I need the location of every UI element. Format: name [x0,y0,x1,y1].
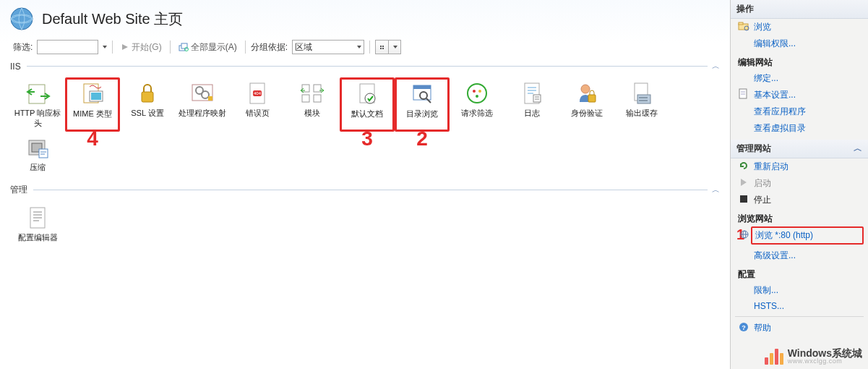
filter-input[interactable] [37,40,98,54]
collapse-icon[interactable]: ︿ [712,61,720,72]
handler-mappings-item[interactable]: 处理程序映射 [175,77,230,132]
restart-icon [738,160,749,171]
dir-browse-icon [409,81,435,107]
svg-text:404: 404 [254,91,262,96]
svg-point-26 [468,84,486,103]
config-editor-item[interactable]: 配置编辑器 [10,202,65,246]
request-filtering-item[interactable]: 请求筛选 [450,77,504,132]
modules-item[interactable]: 模块 [285,77,340,132]
svg-rect-13 [208,96,212,101]
go-icon [121,43,129,51]
config-editor-icon [25,205,51,231]
action-explore[interactable]: 浏览 [731,19,868,35]
help-icon: ? [738,321,749,333]
folder-open-icon [738,20,749,32]
stop-icon [738,193,749,205]
management-section: 管理 ︿ 配置编辑器 [0,181,730,252]
play-icon [738,177,749,188]
action-restart[interactable]: 重新启动 [731,158,868,175]
chevron-up-icon[interactable]: ︿ [854,143,862,155]
iis-icons-grid: HTTP 响应标头 MIME 类型 4 SSL 设置 处理程序映射 [10,75,720,181]
svg-rect-20 [314,95,321,102]
filter-dropdown-icon[interactable] [103,46,107,48]
page-header: Default Web Site 主页 [0,0,730,38]
svg-point-22 [365,93,375,103]
action-view-apps[interactable]: 查看应用程序 [731,103,868,120]
svg-rect-54 [739,22,743,25]
main-content-panel: Default Web Site 主页 筛选: 开始(G) 全部显示(A) 分组… [0,0,730,369]
management-section-header[interactable]: 管理 ︿ [10,184,720,196]
annotation-2: 2 [416,127,428,150]
iis-section: IIS ︿ HTTP 响应标头 MIME 类型 4 [0,58,730,181]
iis-section-header[interactable]: IIS ︿ [10,61,720,72]
action-advanced-settings[interactable]: 高级设置... [731,247,868,264]
svg-rect-8 [91,93,101,100]
directory-browsing-item[interactable]: 目录浏览 2 [395,77,450,132]
action-stop[interactable]: 停止 [731,192,868,208]
logging-item[interactable]: 日志 [504,77,559,132]
action-browse-80[interactable]: 1 浏览 *:80 (http) [751,226,864,245]
modules-icon [299,80,325,106]
svg-text:?: ? [742,324,746,331]
action-help[interactable]: ? 帮助 [731,320,868,336]
mime-icon [80,81,106,107]
ssl-settings-item[interactable]: SSL 设置 [120,77,175,132]
filter-label: 筛选: [13,41,34,54]
side-title-edit-site: 编辑网站 [731,52,868,70]
svg-rect-34 [533,95,541,102]
toolbar: 筛选: 开始(G) 全部显示(A) 分组依据: 区域 [0,38,730,58]
svg-rect-40 [637,95,650,103]
filter-icon [464,80,490,106]
svg-point-28 [478,90,481,93]
annotation-4: 4 [87,127,98,150]
svg-rect-59 [740,195,747,203]
watermark: Windows系统城 www.wxclgg.com [765,348,862,365]
default-document-item[interactable]: 默认文档 3 [340,77,395,132]
action-limits[interactable]: 限制... [731,282,868,299]
log-icon [519,80,545,106]
view-dropdown-icon[interactable] [389,41,401,54]
action-view-vdirs[interactable]: 查看虚拟目录 [731,120,868,137]
svg-rect-19 [302,95,309,102]
svg-rect-9 [142,92,153,102]
dropdown-icon [357,46,361,48]
output-caching-item[interactable]: 输出缓存 [614,77,669,132]
svg-rect-38 [588,95,596,102]
action-bindings[interactable]: 绑定... [731,70,868,87]
default-doc-icon [354,81,380,107]
error-pages-item[interactable]: 404 错误页 [230,77,285,132]
compression-item[interactable]: 压缩 [10,132,65,176]
start-button[interactable]: 开始(G) [118,40,164,54]
http-response-headers-item[interactable]: HTTP 响应标头 [10,77,65,132]
action-basic-settings[interactable]: 基本设置... [731,87,868,103]
auth-icon [574,80,600,106]
group-by-label: 分组依据: [251,41,289,54]
manage-site-header: 管理网站 ︿ [731,140,868,158]
svg-point-0 [11,8,33,30]
actions-panel: 操作 浏览 编辑权限... 编辑网站 绑定... 基本设置... 查看应用程序 … [730,0,868,369]
handler-icon [189,80,215,106]
error-icon: 404 [244,80,270,106]
grid-view-icon[interactable] [376,41,388,54]
view-toggle[interactable] [375,40,401,54]
side-title-browse-site: 浏览网站 [731,208,868,226]
lock-icon [134,80,160,106]
side-title-config: 配置 [731,264,868,282]
browse-icon [739,229,749,242]
collapse-icon[interactable]: ︿ [712,184,720,195]
action-start[interactable]: 启动 [731,175,868,192]
page-title: Default Web Site 主页 [42,9,183,29]
authentication-item[interactable]: 身份验证 [559,77,614,132]
show-all-button[interactable]: 全部显示(A) [176,40,240,54]
group-by-select[interactable]: 区域 [292,40,364,54]
action-edit-permissions[interactable]: 编辑权限... [731,35,868,52]
cache-icon [629,80,655,106]
svg-point-29 [476,95,478,98]
show-all-icon [179,43,189,51]
actions-panel-header: 操作 [731,0,868,19]
document-icon [738,88,749,100]
svg-point-27 [473,90,476,93]
action-hsts[interactable]: HSTS... [731,299,868,313]
mime-types-item[interactable]: MIME 类型 4 [65,77,120,132]
svg-rect-45 [39,149,48,158]
